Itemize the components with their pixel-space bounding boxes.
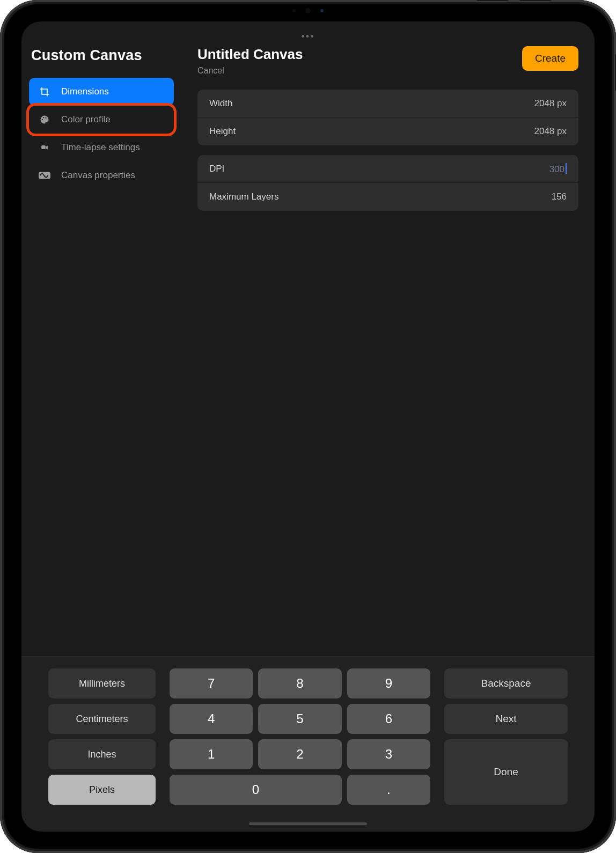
unit-centimeters[interactable]: Centimeters — [48, 704, 156, 734]
unit-pixels[interactable]: Pixels — [48, 775, 156, 805]
canvas-title[interactable]: Untitled Canvas — [197, 46, 303, 63]
dpi-value: 300 — [549, 163, 567, 175]
cancel-button[interactable]: Cancel — [197, 66, 303, 76]
sidebar-item-dimensions[interactable]: Dimensions — [29, 78, 174, 106]
volume-up-button — [519, 0, 552, 1]
dpi-row[interactable]: DPI 300 — [197, 155, 578, 183]
svg-rect-3 — [41, 145, 46, 149]
wave-icon — [39, 170, 50, 181]
unit-inches[interactable]: Inches — [48, 739, 156, 769]
sidebar-item-color-profile[interactable]: Color profile — [29, 106, 174, 134]
sidebar-item-label: Dimensions — [61, 86, 109, 97]
sidebar-item-label: Time-lapse settings — [61, 142, 140, 153]
text-caret-icon — [566, 163, 567, 174]
crop-icon — [39, 86, 50, 98]
sidebar-item-label: Color profile — [61, 114, 111, 125]
key-2[interactable]: 2 — [258, 739, 341, 769]
backspace-button[interactable]: Backspace — [444, 668, 568, 698]
key-4[interactable]: 4 — [170, 704, 253, 734]
numeric-keypad: Millimeters Centimeters Inches Pixels 7 … — [21, 656, 595, 832]
dpi-group: DPI 300 Maximum Layers 156 — [197, 155, 578, 211]
unit-millimeters[interactable]: Millimeters — [48, 668, 156, 698]
home-indicator[interactable] — [249, 822, 367, 825]
max-layers-label: Maximum Layers — [209, 192, 278, 202]
video-icon — [39, 142, 50, 153]
key-5[interactable]: 5 — [258, 704, 341, 734]
key-0[interactable]: 0 — [170, 775, 342, 805]
height-value: 2048 px — [534, 126, 567, 137]
key-3[interactable]: 3 — [347, 739, 430, 769]
keypad-actions: Backspace Next Done — [444, 668, 568, 805]
sidebar: Custom Canvas Dimensions — [21, 21, 181, 656]
width-value: 2048 px — [534, 98, 567, 109]
width-row[interactable]: Width 2048 px — [197, 90, 578, 117]
svg-point-0 — [42, 119, 43, 120]
key-8[interactable]: 8 — [258, 668, 341, 698]
height-label: Height — [209, 126, 236, 137]
dimension-group: Width 2048 px Height 2048 px — [197, 90, 578, 145]
sidebar-item-label: Canvas properties — [61, 170, 135, 181]
sidebar-title: Custom Canvas — [29, 43, 174, 78]
sidebar-item-canvas-properties[interactable]: Canvas properties — [29, 161, 174, 189]
content: Untitled Canvas Cancel Create Width 2048… — [181, 21, 595, 656]
volume-down-button — [476, 0, 509, 1]
key-decimal[interactable]: . — [347, 775, 430, 805]
camera-bar — [265, 6, 351, 15]
max-layers-row[interactable]: Maximum Layers 156 — [197, 183, 578, 211]
key-6[interactable]: 6 — [347, 704, 430, 734]
palette-icon — [39, 114, 50, 126]
screen: ••• Custom Canvas Dimensions — [21, 21, 595, 832]
key-7[interactable]: 7 — [170, 668, 253, 698]
create-button[interactable]: Create — [522, 46, 578, 71]
key-9[interactable]: 9 — [347, 668, 430, 698]
dpi-label: DPI — [209, 164, 224, 174]
unit-column: Millimeters Centimeters Inches Pixels — [48, 668, 156, 805]
sidebar-item-timelapse[interactable]: Time-lapse settings — [29, 134, 174, 161]
done-button[interactable]: Done — [444, 739, 568, 805]
width-label: Width — [209, 98, 232, 109]
svg-point-1 — [43, 117, 44, 118]
max-layers-value: 156 — [552, 192, 567, 202]
numpad: 7 8 9 4 5 6 1 2 3 0 . — [170, 668, 430, 805]
height-row[interactable]: Height 2048 px — [197, 117, 578, 145]
ipad-frame: ••• Custom Canvas Dimensions — [0, 0, 616, 853]
svg-point-2 — [45, 117, 46, 119]
next-button[interactable]: Next — [444, 704, 568, 734]
key-1[interactable]: 1 — [170, 739, 253, 769]
custom-canvas-sheet: Custom Canvas Dimensions — [21, 21, 595, 832]
